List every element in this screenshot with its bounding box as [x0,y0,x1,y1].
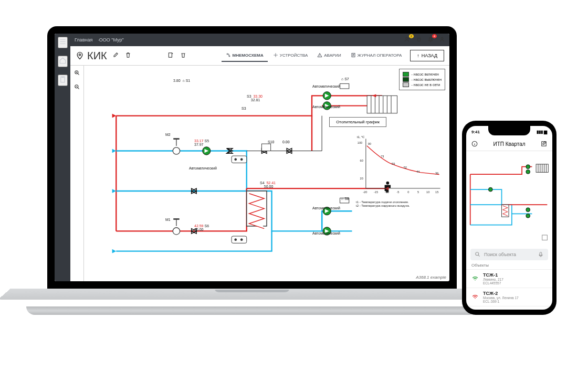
object-row-2[interactable]: ТСЖ-2 Москва, ул. Ленина 17 ECL-369-1 [466,288,552,306]
svg-point-7 [275,55,276,56]
bell-icon[interactable]: 4 [427,36,434,44]
svg-rect-27 [261,144,270,151]
svg-point-60 [476,252,479,256]
svg-rect-4 [169,53,172,57]
zoom-in-button[interactable] [74,70,80,78]
svg-text:73: 73 [381,155,384,158]
sensor-s5: 33.17 S537.97 [194,139,209,146]
svg-rect-11 [367,96,397,113]
svg-text:-20: -20 [363,190,367,194]
tab-alarms[interactable]: АВАРИИ [313,49,345,62]
clipboard-icon[interactable] [58,75,68,86]
zoom-out-button[interactable] [74,84,80,92]
heating-graph-button[interactable]: Отопительный график [329,117,386,127]
sensor-s3: S3 33.30 32.81 [247,94,262,102]
edit-icon[interactable] [541,141,547,148]
profile-icon[interactable] [439,36,445,44]
svg-text:-15: -15 [374,190,378,194]
laptop-mockup: Главная · ООО "Мур" 2 4 [47,26,457,346]
phone-header: ИТП Квартал [466,137,552,151]
svg-text:10: 10 [426,190,429,194]
phone-title: ИТП Квартал [493,141,525,147]
label-m2: M2 [165,133,171,136]
svg-point-54 [526,169,530,174]
page-title: КИК [76,50,107,62]
svg-text:0: 0 [407,190,409,194]
back-button[interactable]: ↑НАЗАД [410,50,444,61]
value-s10: 0.00 [282,140,290,144]
object-row-1[interactable]: ТСЖ-1 Люмино, 217 ECL445557 [466,269,552,288]
trash-icon[interactable] [124,51,132,60]
svg-point-56 [526,214,530,218]
zoom-toolbar [70,66,84,281]
svg-text:44: 44 [416,170,419,173]
tab-devices[interactable]: УСТРОЙСТВА [269,49,312,62]
home-icon[interactable] [58,56,68,67]
label-auto-3: Автоматический [189,166,217,170]
svg-text:90: 90 [368,142,371,145]
svg-text:100: 100 [358,141,362,144]
svg-point-18 [173,147,180,154]
svg-text:t1, °C: t1, °C [357,135,364,139]
tab-bar: МНЕМОСХЕМА УСТРОЙСТВА АВАРИИ ЖУРНАЛ ОПЕР… [222,49,406,62]
schematic-footer: A368.1 example [416,275,446,280]
delete-icon[interactable] [179,51,187,60]
label-m1: M1 [165,218,171,221]
app-sidebar [55,34,70,281]
svg-point-23 [240,158,243,161]
user-badge: 2 [409,34,414,38]
svg-point-25 [235,239,237,241]
phone-mockup: 9:41 ▮▮▮ ▆ ИТП Квартал Пои [462,121,556,315]
svg-text:15: 15 [435,190,438,194]
notes-icon[interactable] [166,51,175,60]
label-auto-1: Автоматический [312,84,340,88]
svg-point-2 [441,37,443,39]
phone-search-placeholder: Поиск объекта [484,252,516,257]
svg-text:60: 60 [360,159,363,162]
svg-text:5: 5 [417,190,419,194]
crumb-home[interactable]: Главная [75,37,92,43]
crumb-org[interactable]: ООО "Мур" [99,37,124,43]
tab-mnemonic[interactable]: МНЕМОСХЕМА [222,49,268,62]
user-add-icon[interactable]: 2 [404,36,411,44]
svg-point-5 [227,54,228,55]
svg-point-3 [79,54,80,56]
svg-text:52: 52 [404,166,407,169]
svg-text:-5: -5 [396,190,399,194]
label-s8: ⌂ S8 [341,197,349,200]
phone-schematic[interactable] [466,151,552,246]
label-auto-2: Автоматический [312,105,340,109]
label-auto-5: Автоматический [312,231,340,235]
legend: - насос включен - насос выключен - насос… [399,69,445,90]
signal-icon: ▮▮▮ ▆ [537,130,547,134]
edit-icon[interactable] [111,51,120,60]
svg-text:20: 20 [360,177,363,180]
mic-icon[interactable] [538,251,544,258]
sensor-s4: S4 52.41 50.00 [260,181,276,188]
svg-point-53 [526,165,530,169]
svg-rect-59 [542,235,548,240]
sensor-s6: 42.59 S635.00 [194,224,209,231]
svg-point-26 [240,239,243,241]
label-s3: S3 [242,107,246,110]
menu-icon[interactable] [58,37,68,48]
sensor-s1: 3.80 ⌂ S1 [173,79,190,82]
schematic-canvas[interactable]: 3.80 ⌂ S1 S3 33.30 32.81 S3 Автоматическ… [84,66,449,281]
svg-point-57 [488,187,492,192]
info-icon[interactable] [471,141,478,148]
svg-rect-61 [540,252,542,256]
tab-log[interactable]: ЖУРНАЛ ОПЕРАТОРА [346,49,406,62]
phone-notch [488,126,530,135]
svg-text:-10: -10 [385,190,389,194]
svg-text:36: 36 [435,172,438,175]
svg-point-19 [173,228,180,235]
top-bar: Главная · ООО "Мур" 2 4 [70,34,449,46]
plug-icon[interactable] [416,36,422,44]
bell-badge: 4 [432,34,437,38]
object-row-3[interactable]: Стенд [466,306,552,310]
svg-rect-21 [232,156,247,163]
phone-search[interactable]: Поиск объекта [470,249,548,260]
svg-rect-28 [340,83,349,89]
heating-chart: 1006020 -20-15-10-5051015 907359524436 t… [356,134,445,213]
svg-text:59: 59 [392,162,395,165]
